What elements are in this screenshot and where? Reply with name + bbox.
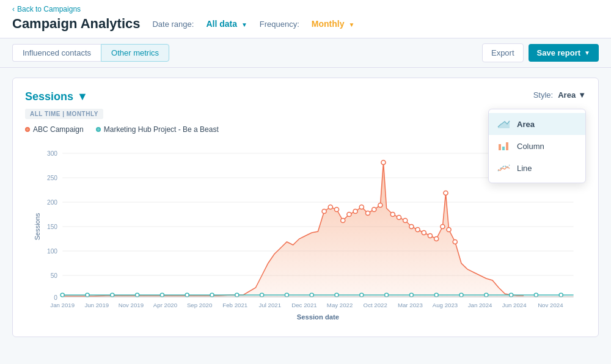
chart-header: Sessions ▼ Style: Area ▼ Area [25,90,586,103]
svg-text:Nov 2019: Nov 2019 [119,302,144,308]
main-content: Sessions ▼ Style: Area ▼ Area [0,68,611,347]
svg-point-38 [441,225,445,229]
legend-dot-abc [25,127,30,132]
svg-point-61 [534,293,538,297]
svg-text:Session date: Session date [297,313,339,321]
legend-item-abc: ABC Campaign [25,125,84,134]
svg-point-58 [459,293,463,297]
svg-point-37 [434,237,439,241]
svg-text:Feb 2021: Feb 2021 [222,302,247,308]
svg-point-23 [347,213,351,217]
svg-point-32 [403,219,408,223]
area-icon [497,118,511,129]
svg-text:Jan 2019: Jan 2019 [50,302,75,308]
svg-point-44 [111,293,114,297]
svg-point-54 [360,293,364,297]
svg-text:150: 150 [47,224,57,230]
svg-text:0: 0 [54,294,57,301]
legend-label-hub: Marketing Hub Project - Be a Beast [104,125,219,134]
chevron-left-icon: ‹ [12,5,15,13]
style-dropdown-trigger[interactable]: Area ▼ [558,90,586,100]
svg-text:Apr 2020: Apr 2020 [153,302,177,308]
svg-point-56 [409,293,413,297]
svg-point-29 [381,161,386,165]
tab-other-metrics[interactable]: Other metrics [101,44,169,62]
svg-text:Oct 2022: Oct 2022 [364,302,387,308]
svg-rect-3 [506,142,508,150]
svg-point-42 [60,293,64,297]
dropdown-item-line[interactable]: Line [489,157,585,179]
svg-point-62 [559,293,563,297]
legend-item-hub: Marketing Hub Project - Be a Beast [96,125,219,134]
svg-text:Jan 2024: Jan 2024 [468,302,492,308]
svg-point-25 [359,205,364,209]
svg-text:Aug 2023: Aug 2023 [433,302,458,308]
legend-dot-hub [96,127,101,132]
back-link[interactable]: ‹ Back to Campaigns [12,5,599,13]
back-link-label: Back to Campaigns [17,5,81,13]
svg-point-31 [397,216,401,220]
svg-point-51 [285,293,288,297]
tab-influenced-contacts[interactable]: Influenced contacts [12,44,101,62]
svg-point-21 [334,208,338,212]
svg-point-59 [485,293,488,297]
frequency-dropdown[interactable]: Monthly ▼ [312,19,354,29]
svg-text:200: 200 [47,199,57,206]
svg-text:Sessions: Sessions [34,213,41,240]
frequency-label: Frequency: [260,20,299,29]
export-button[interactable]: Export [482,43,524,62]
svg-text:Nov 2024: Nov 2024 [538,302,563,308]
svg-rect-2 [502,147,505,150]
style-chevron-icon: ▼ [578,90,586,100]
svg-text:Jul 2021: Jul 2021 [259,302,282,308]
svg-point-55 [385,293,389,297]
svg-point-49 [235,293,239,297]
column-icon [497,140,511,151]
svg-point-26 [365,211,370,216]
date-range-dropdown[interactable]: All data ▼ [206,19,247,29]
svg-point-39 [444,191,448,195]
svg-point-19 [322,209,326,214]
svg-point-36 [428,234,432,238]
line-label: Line [517,164,532,173]
dropdown-item-column[interactable]: Column [489,135,585,157]
svg-point-52 [310,293,313,297]
style-label: Style: [533,90,554,100]
svg-point-34 [415,228,420,232]
date-range-chevron-icon: ▼ [241,21,247,28]
area-label: Area [517,120,535,129]
legend-label-abc: ABC Campaign [33,125,84,134]
svg-point-60 [510,293,513,297]
page-title: Campaign Analytics [12,16,140,32]
column-label: Column [517,142,544,151]
svg-text:300: 300 [47,150,57,157]
tab-group: Influenced contacts Other metrics [12,44,169,62]
svg-rect-1 [499,144,501,150]
svg-point-57 [434,293,438,297]
svg-point-24 [353,209,357,214]
svg-point-43 [86,293,89,297]
svg-text:Jun 2019: Jun 2019 [84,302,109,308]
svg-point-28 [378,203,382,208]
svg-text:May 2022: May 2022 [327,302,353,308]
svg-text:Sep 2020: Sep 2020 [187,302,212,308]
svg-text:250: 250 [47,175,57,181]
save-report-button[interactable]: Save report ▼ [529,44,599,62]
svg-point-48 [210,293,214,297]
svg-point-46 [160,293,164,297]
sessions-title[interactable]: Sessions ▼ [25,90,88,103]
svg-text:100: 100 [47,248,57,255]
svg-point-47 [185,293,189,297]
svg-point-22 [341,219,345,223]
svg-point-33 [409,225,414,229]
frequency-chevron-icon: ▼ [348,21,354,28]
dropdown-item-area[interactable]: Area [489,113,585,135]
toolbar: Influenced contacts Other metrics Export… [0,38,611,68]
svg-text:Dec 2021: Dec 2021 [291,302,316,308]
svg-point-35 [422,231,426,235]
chart-card: Sessions ▼ Style: Area ▼ Area [12,78,599,337]
line-icon [497,162,511,173]
svg-point-30 [390,213,395,217]
time-badge: ALL TIME | MONTHLY [25,109,103,119]
style-dropdown: Area Column [488,109,586,183]
